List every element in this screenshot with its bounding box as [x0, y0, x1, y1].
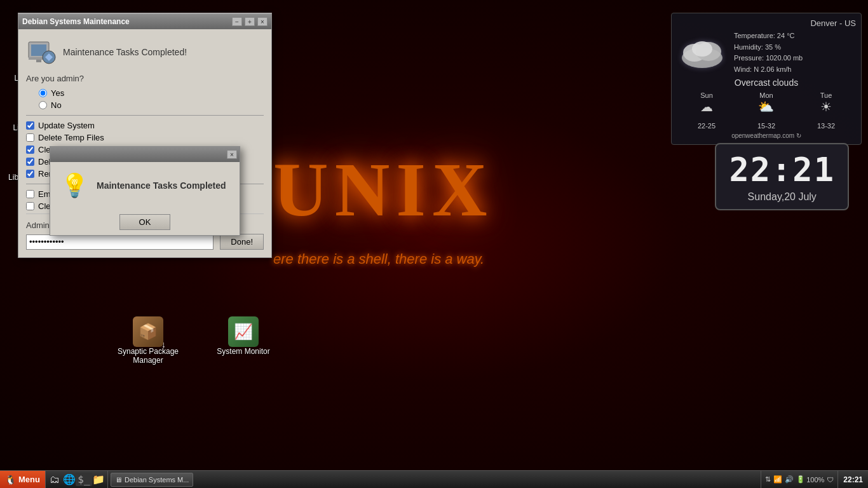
systray-battery: 🔋 100% [796, 475, 824, 484]
taskbar-menu[interactable]: 🐧 Menu [0, 471, 46, 488]
forecast-sun-icon: ☁ [698, 99, 715, 114]
systray-speaker[interactable]: 🔊 [785, 475, 794, 484]
window-controls: − + × [232, 17, 268, 26]
taskbar-item-icon: 🖥 [115, 476, 122, 484]
systray-arrows: ⇅ [765, 475, 771, 484]
password-input[interactable] [26, 234, 214, 250]
task-clear-downloads-check[interactable] [26, 202, 34, 210]
desktop-icons-bottom: 📦 ↓ Synaptic Package Manager 📈 System Mo… [107, 311, 285, 370]
weather-cloud-icon [677, 34, 728, 72]
notif-body: 💡 Maintenance Tasks Completed [50, 162, 240, 209]
unix-heading: UNIX [273, 146, 494, 234]
forecast-tue-icon: ☀ [817, 99, 835, 114]
task-empty-trash-check[interactable] [26, 190, 34, 198]
admin-question: Are you admin? [26, 74, 264, 83]
notif-ok-row: OK [50, 209, 240, 235]
notif-close-button[interactable]: × [227, 150, 237, 159]
taskbar-systray: ⇅ 📶 🔊 🔋 100% 🛡 [761, 471, 837, 488]
task-clear-cache-check[interactable] [26, 146, 34, 154]
clock-date: Sunday,20 July [729, 191, 835, 203]
weather-widget: Denver - US Temperature: 24 °C Humidity:… [671, 13, 862, 145]
close-button[interactable]: × [257, 17, 268, 26]
systray-shield: 🛡 [827, 476, 834, 484]
weather-info: Temperature: 24 °C Humidity: 35 % Pressu… [734, 30, 803, 75]
radio-no-label: No [51, 100, 62, 110]
maintenance-header-text: Maintenance Tasks Completed! [63, 47, 187, 57]
weather-temperature: Temperature: 24 °C [734, 30, 803, 42]
synaptic-label: Synaptic Package Manager [114, 347, 182, 365]
sysmon-icon: 📈 [228, 316, 259, 347]
forecast-tue: Tue ☀ 13-32 [817, 92, 835, 130]
radio-group: Yes No [26, 88, 264, 110]
task-delete-logs-check[interactable] [26, 158, 34, 166]
radio-no-item: No [39, 100, 264, 110]
forecast-mon-label: Mon [759, 92, 773, 99]
minimize-button[interactable]: − [232, 17, 242, 26]
notif-title: Maintenance Tasks Completed [97, 180, 226, 191]
forecast-tue-temp: 13-32 [817, 122, 835, 130]
weather-wind: Wind: N 2.06 km/h [734, 64, 803, 76]
taskbar-item-label: Debian Systems M... [125, 476, 189, 484]
network-icon: 📶 [773, 475, 782, 484]
weather-pressure: Pressure: 1020.00 mb [734, 53, 803, 64]
taskbar-menu-icon: 🐧 [5, 475, 16, 485]
maximize-button[interactable]: + [245, 17, 255, 26]
taskbar-quicklaunch-chrome[interactable]: 🌐 [63, 473, 76, 486]
desktop-icon-sysmon[interactable]: 📈 System Monitor [202, 311, 285, 370]
systray-network[interactable]: 📶 [773, 475, 782, 484]
taskbar-quicklaunch: 🗂 🌐 $_ 📁 [46, 471, 108, 488]
maintenance-title: Debian Systems Maintenance [22, 17, 130, 26]
weather-description: Overcast clouds [677, 78, 856, 88]
radio-yes[interactable] [39, 89, 47, 97]
weather-humidity: Humidity: 35 % [734, 42, 803, 53]
speaker-icon: 🔊 [785, 475, 794, 484]
svg-point-3 [692, 41, 712, 57]
maintenance-app-icon [26, 37, 57, 67]
unix-subtitle: ere there is a shell, there is a way. [273, 251, 484, 268]
taskbar-items: 🖥 Debian Systems M... [108, 473, 761, 487]
battery-percent: 100% [806, 476, 824, 484]
taskbar-quicklaunch-terminal[interactable]: $_ [78, 473, 90, 486]
app-header: Maintenance Tasks Completed! [26, 37, 264, 67]
maintenance-titlebar: Debian Systems Maintenance − + × [18, 14, 271, 29]
section-divider-1 [26, 115, 264, 116]
notif-lightbulb-icon: 💡 [60, 172, 89, 199]
forecast-sun: Sun ☁ 22-25 [698, 92, 715, 130]
clock-time: 22:21 [729, 151, 835, 189]
ok-button[interactable]: OK [119, 214, 170, 230]
weather-forecast: Sun ☁ 22-25 Mon ⛅ 15-32 Tue ☀ 13-32 [677, 92, 856, 130]
taskbar-menu-label: Menu [18, 475, 40, 484]
forecast-mon-icon: ⛅ [757, 99, 775, 114]
weather-footer: openweathermap.com ↻ [677, 132, 856, 139]
forecast-sun-label: Sun [700, 92, 713, 99]
notif-titlebar: × [50, 147, 240, 162]
task-delete-temp-check[interactable] [26, 133, 34, 142]
taskbar-item-maintenance[interactable]: 🖥 Debian Systems M... [111, 473, 193, 487]
taskbar: 🐧 Menu 🗂 🌐 $_ 📁 🖥 Debian Systems M... ⇅ … [0, 470, 868, 488]
arrows-icon: ⇅ [765, 475, 771, 484]
radio-yes-label: Yes [51, 88, 64, 98]
forecast-sun-temp: 22-25 [698, 122, 715, 130]
task-update-system-label: Update System [38, 121, 95, 130]
battery-icon: 🔋 [796, 475, 805, 484]
password-input-row: Done! [26, 234, 264, 250]
sysmon-label: System Monitor [217, 347, 269, 356]
task-delete-temp: Delete Temp Files [26, 133, 264, 142]
shield-icon: 🛡 [827, 476, 834, 484]
taskbar-quicklaunch-filemanager[interactable]: 📁 [92, 473, 105, 486]
svg-rect-7 [36, 60, 41, 62]
taskbar-clock[interactable]: 22:21 [837, 471, 868, 488]
weather-location: Denver - US [677, 18, 856, 28]
task-remove-packages-check[interactable] [26, 170, 34, 178]
desktop-icon-synaptic[interactable]: 📦 ↓ Synaptic Package Manager [107, 311, 189, 370]
task-delete-temp-label: Delete Temp Files [38, 133, 104, 142]
synaptic-icon: 📦 ↓ [133, 316, 163, 347]
forecast-mon-temp: 15-32 [757, 122, 775, 130]
forecast-mon: Mon ⛅ 15-32 [757, 92, 775, 130]
taskbar-quicklaunch-files[interactable]: 🗂 [48, 473, 61, 486]
task-update-system: Update System [26, 121, 264, 130]
task-update-system-check[interactable] [26, 121, 34, 130]
radio-no[interactable] [39, 101, 47, 109]
done-button[interactable]: Done! [220, 234, 264, 250]
notification-dialog: × 💡 Maintenance Tasks Completed OK [50, 146, 240, 236]
